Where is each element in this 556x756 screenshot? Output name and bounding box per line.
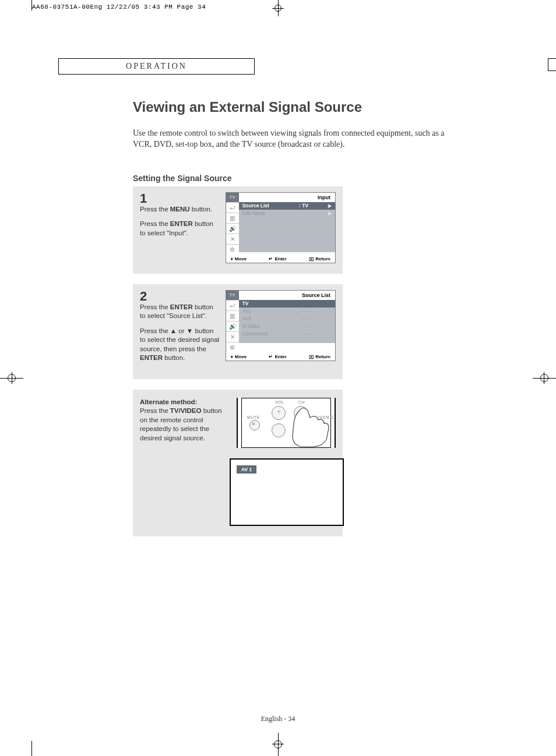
alt-heading: Alternate method: xyxy=(140,398,197,405)
input-icon: ⮐ xyxy=(226,300,239,310)
sound-icon: 🔊 xyxy=(226,321,239,331)
row-value: - - - - xyxy=(302,316,332,322)
crop-mark xyxy=(272,733,284,756)
osd-input-menu: TV ⮐ ▥ 🔊 ✕ ⚙ Input Source List : TV xyxy=(226,192,336,263)
row-value: : TV xyxy=(299,203,328,209)
print-header: AA68-03751A-00Eng 12/22/05 3:43 PM Page … xyxy=(32,3,206,10)
step-1-text: 1 Press the MENU button. Press the ENTER… xyxy=(140,192,220,244)
av1-chip: AV 1 xyxy=(237,465,256,474)
osd-row-edit-name: Edit Name ▶ xyxy=(239,210,335,217)
setup-icon: ⚙ xyxy=(226,342,239,352)
step-number: 2 xyxy=(140,290,220,303)
alt-text: Alternate method: Press the TV/VIDEO but… xyxy=(140,398,227,443)
osd-footer: ♦Move ↵Enter ▯▯Return xyxy=(226,255,335,263)
channel-icon: ✕ xyxy=(226,234,239,244)
footer-move: Move xyxy=(235,256,247,262)
vol-up-button: + xyxy=(272,406,286,420)
footer-enter: Enter xyxy=(275,256,286,262)
row-value: - - - - xyxy=(302,308,332,314)
main-content: Viewing an External Signal Source Use th… xyxy=(133,99,465,536)
text: Press the xyxy=(140,206,170,213)
row-label: TV xyxy=(242,301,302,306)
osd-tv-label: TV xyxy=(226,193,239,202)
row-value: - - - - xyxy=(302,331,332,337)
page-title: Viewing an External Signal Source xyxy=(133,99,465,115)
row-label: Edit Name xyxy=(242,210,299,216)
crop-mark xyxy=(31,741,32,756)
osd-footer: ♦Move ↵Enter ▯▯Return xyxy=(226,352,335,361)
row-label: S-Video xyxy=(242,323,302,329)
enter-icon: ↵ xyxy=(269,256,273,262)
text: Press the xyxy=(140,303,170,310)
vol-down-button xyxy=(272,423,286,437)
row-label: AV1 xyxy=(242,308,302,314)
step-2: 2 Press the ENTER button to select "Sour… xyxy=(133,284,343,379)
return-icon: ▯▯ xyxy=(309,256,314,262)
section-label: OPERATION xyxy=(58,58,255,75)
crop-mark xyxy=(272,0,284,16)
alternate-method: Alternate method: Press the TV/VIDEO but… xyxy=(133,390,343,536)
input-icon: ⮐ xyxy=(226,202,239,213)
mute-button: ✕ xyxy=(249,420,260,430)
text-bold: MENU xyxy=(170,206,190,213)
crop-mark xyxy=(31,0,32,10)
channel-icon: ✕ xyxy=(226,331,239,342)
text: Press the xyxy=(140,407,170,414)
osd-blank xyxy=(239,217,335,252)
updown-icon: ♦ xyxy=(231,256,233,262)
osd-row: TV xyxy=(239,300,335,308)
enter-icon: ↵ xyxy=(269,354,273,359)
crop-mark xyxy=(533,372,556,384)
down-arrow-icon: ▼ xyxy=(186,327,193,334)
step-number: 1 xyxy=(140,192,220,205)
text-bold: ENTER xyxy=(170,220,193,227)
osd-tv-label: TV xyxy=(226,291,239,300)
text: Press the xyxy=(140,327,170,334)
row-label: AV2 xyxy=(242,316,302,322)
vol-label: VOL xyxy=(275,400,284,404)
row-label: Component xyxy=(242,331,302,337)
osd-source-list: TV ⮐ ▥ 🔊 ✕ ⚙ Source List TVAV1- - - -AV2… xyxy=(226,290,336,361)
step-1: 1 Press the MENU button. Press the ENTER… xyxy=(133,186,343,274)
text: button. xyxy=(163,354,185,361)
return-icon: ▯▯ xyxy=(309,354,314,359)
footer-move: Move xyxy=(235,354,247,359)
row-value: - - - - xyxy=(302,323,332,329)
subheading: Setting the Signal Source xyxy=(133,174,465,183)
osd-row: S-Video- - - - xyxy=(239,323,335,330)
crop-mark xyxy=(0,372,23,384)
remote-illustration: VOL CH MUTE TV/VIDEO + ✕ xyxy=(237,398,336,448)
text: button. xyxy=(190,206,212,213)
osd-title: Source List xyxy=(239,291,335,300)
text-bold: ENTER xyxy=(140,354,163,361)
arrow-right-icon: ▶ xyxy=(328,203,332,209)
row-label: Source List xyxy=(242,203,299,209)
picture-icon: ▥ xyxy=(226,310,239,321)
osd-sidebar: TV ⮐ ▥ 🔊 ✕ ⚙ xyxy=(226,193,239,255)
hand-icon xyxy=(287,406,333,448)
text-bold: TV/VIDEO xyxy=(170,407,202,414)
up-arrow-icon: ▲ xyxy=(170,327,177,334)
osd-row: AV2- - - - xyxy=(239,315,335,323)
osd-row: Component- - - - xyxy=(239,330,335,338)
crop-mark xyxy=(548,58,556,71)
mute-label: MUTE xyxy=(247,415,260,419)
arrow-right-icon: ▶ xyxy=(328,211,332,216)
text-bold: ENTER xyxy=(170,303,193,310)
osd-title: Input xyxy=(239,193,335,202)
osd-row-source-list: Source List : TV ▶ xyxy=(239,202,335,210)
picture-icon: ▥ xyxy=(226,213,239,223)
page-footer: English - 34 xyxy=(0,715,556,723)
osd-row: AV1- - - - xyxy=(239,308,335,315)
footer-return: Return xyxy=(315,256,330,262)
intro-text: Use the remote control to switch between… xyxy=(133,128,465,150)
text: Press the xyxy=(140,220,170,227)
updown-icon: ♦ xyxy=(231,354,233,359)
tv-screen-illustration: AV 1 xyxy=(230,458,344,526)
text: or xyxy=(177,327,186,334)
footer-return: Return xyxy=(315,354,330,359)
footer-enter: Enter xyxy=(275,354,286,359)
ch-label: CH xyxy=(298,400,305,404)
osd-sidebar: TV ⮐ ▥ 🔊 ✕ ⚙ xyxy=(226,291,239,352)
setup-icon: ⚙ xyxy=(226,244,239,255)
